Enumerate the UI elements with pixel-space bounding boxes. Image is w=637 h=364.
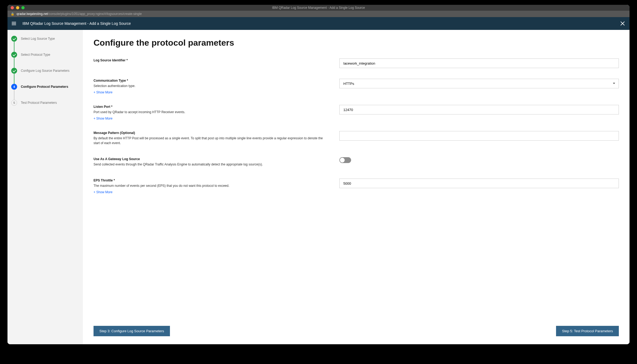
check-icon bbox=[13, 54, 15, 56]
url-domain: qradar.lwqatesting.net bbox=[17, 12, 48, 16]
check-icon bbox=[13, 70, 15, 72]
desc-gateway: Send collected events through the QRadar… bbox=[94, 162, 329, 167]
label-communication-type: Communication Type * bbox=[94, 79, 329, 82]
wizard-steps-sidebar: Select Log Source Type Select Protocol T… bbox=[7, 30, 83, 344]
row-eps-throttle: EPS Throttle * The maximum number of eve… bbox=[94, 179, 619, 194]
next-button[interactable]: Step 5: Test Protocol Parameters bbox=[556, 326, 619, 336]
form-content: Configure the protocol parameters Log So… bbox=[83, 30, 630, 326]
listen-port-input[interactable] bbox=[339, 105, 619, 114]
main-panel: Configure the protocol parameters Log So… bbox=[83, 30, 630, 344]
app-header-title: IBM QRadar Log Source Management - Add a… bbox=[22, 21, 131, 26]
step-configure-protocol-parameters[interactable]: 4 Configure Protocol Parameters bbox=[11, 84, 79, 90]
step-configure-log-source-parameters[interactable]: Configure Log Source Parameters bbox=[11, 68, 79, 74]
page-title: Configure the protocol parameters bbox=[94, 38, 619, 48]
communication-type-select[interactable]: HTTPs bbox=[339, 79, 619, 88]
row-gateway: Use As A Gateway Log Source Send collect… bbox=[94, 157, 619, 168]
row-listen-port: Listen Port * Port used by QRadar to acc… bbox=[94, 105, 619, 120]
label-log-source-identifier: Log Source Identifier * bbox=[94, 58, 329, 62]
window-title: IBM QRadar Log Source Management - Add a… bbox=[7, 6, 630, 10]
desc-listen-port: Port used by QRadar to accept incoming H… bbox=[94, 110, 329, 114]
row-log-source-identifier: Log Source Identifier * bbox=[94, 58, 619, 68]
step-select-log-source-type[interactable]: Select Log Source Type bbox=[11, 36, 79, 42]
desc-message-pattern: By default the entire HTTP Post will be … bbox=[94, 136, 329, 145]
label-listen-port: Listen Port * bbox=[94, 105, 329, 109]
label-message-pattern: Message Pattern (Optional) bbox=[94, 131, 329, 135]
check-icon bbox=[13, 38, 15, 40]
row-communication-type: Communication Type * Selection authentic… bbox=[94, 79, 619, 94]
step-test-protocol-parameters[interactable]: 5 Test Protocol Parameters bbox=[11, 100, 79, 106]
step-select-protocol-type[interactable]: Select Protocol Type bbox=[11, 52, 79, 58]
row-message-pattern: Message Pattern (Optional) By default th… bbox=[94, 131, 619, 147]
show-more-communication-type[interactable]: + Show More bbox=[94, 90, 112, 94]
show-more-eps-throttle[interactable]: + Show More bbox=[94, 190, 112, 194]
gateway-toggle[interactable] bbox=[339, 157, 351, 163]
show-more-listen-port[interactable]: + Show More bbox=[94, 117, 112, 120]
app-window: IBM QRadar Log Source Management - Add a… bbox=[7, 5, 630, 344]
desc-communication-type: Selection authentication type. bbox=[94, 84, 329, 88]
browser-urlbar[interactable]: 🔒 qradar.lwqatesting.net/console/plugins… bbox=[7, 11, 630, 17]
desc-eps-throttle: The maximum number of events per second … bbox=[94, 183, 329, 188]
eps-throttle-input[interactable] bbox=[339, 179, 619, 188]
message-pattern-input[interactable] bbox=[339, 131, 619, 141]
wizard-footer: Step 3: Configure Log Source Parameters … bbox=[83, 326, 630, 344]
log-source-identifier-input[interactable] bbox=[339, 58, 619, 68]
app-body: Select Log Source Type Select Protocol T… bbox=[7, 30, 630, 344]
window-titlebar: IBM QRadar Log Source Management - Add a… bbox=[7, 5, 630, 11]
toggle-knob-icon bbox=[340, 158, 345, 163]
label-eps-throttle: EPS Throttle * bbox=[94, 179, 329, 182]
app-header: IBM QRadar Log Source Management - Add a… bbox=[7, 17, 630, 30]
url-path: /console/plugins/1051/app_proxy:nginx/#/… bbox=[48, 12, 142, 16]
close-icon[interactable] bbox=[620, 21, 625, 26]
menu-icon[interactable] bbox=[12, 21, 17, 26]
lock-icon: 🔒 bbox=[11, 12, 14, 16]
back-button[interactable]: Step 3: Configure Log Source Parameters bbox=[94, 326, 170, 336]
label-gateway: Use As A Gateway Log Source bbox=[94, 157, 329, 161]
